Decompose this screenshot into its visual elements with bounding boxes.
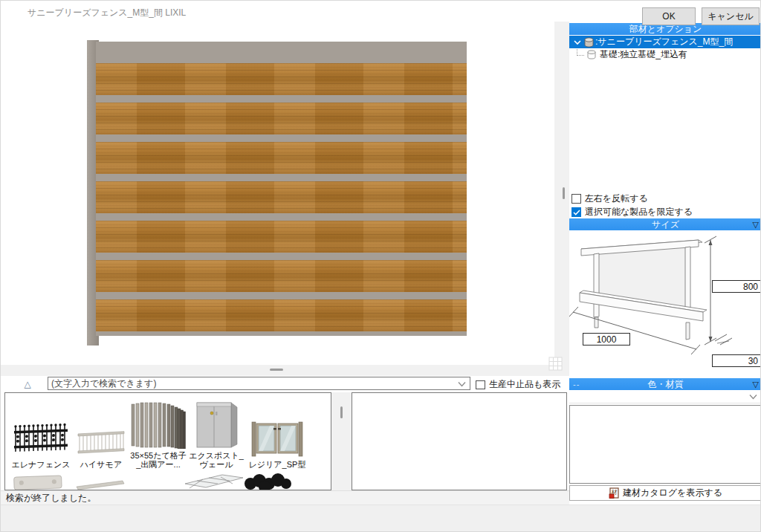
status-message: 検索が終了しました。 — [6, 492, 96, 505]
expost-veil-image — [194, 401, 239, 449]
chevron-down-icon[interactable] — [458, 381, 466, 387]
limit-checkbox-row[interactable]: 選択可能な製品を限定する — [569, 206, 761, 218]
fence-slat — [96, 63, 467, 95]
list-item-label: 35×55たて格子_出隅アー... — [129, 451, 188, 469]
window-title: サニーブリーズフェンス_M型_間 LIXIL — [27, 7, 186, 19]
fence-slat — [96, 299, 467, 331]
flip-checkbox-label: 左右を反転する — [585, 192, 648, 205]
color-collapse-toggle[interactable]: ▽ — [753, 378, 759, 390]
parts-options-header-label: 部材とオプション — [629, 24, 702, 34]
search-input[interactable] — [48, 377, 455, 389]
offset-input[interactable] — [712, 354, 761, 367]
list-item-label: レジリア_SP型 — [249, 460, 306, 469]
search-combobox[interactable] — [48, 377, 470, 390]
material-catalog-icon: 材 — [609, 487, 619, 499]
grid-icon — [548, 357, 563, 371]
discontinued-checkbox-row[interactable]: 生産中止品も表示 — [476, 378, 560, 391]
tree-child-label: 基礎:独立基礎_埋込有 — [600, 48, 687, 61]
list-item-label: エクスポスト_ヴェール — [188, 451, 245, 469]
product-row: エレナフェンス — [8, 396, 310, 469]
status-bar: 検索が終了しました。 — [1, 490, 569, 505]
dialog-footer — [1, 505, 761, 532]
chevron-down-icon — [749, 394, 757, 400]
fence-slat — [96, 181, 467, 213]
tree-item-foundation[interactable]: 基礎:独立基礎_埋込有 — [569, 48, 761, 61]
ok-button[interactable]: OK — [642, 7, 696, 25]
component-dialog: { "window": { "title": "サニーブリーズフェンス_M型_間… — [0, 0, 761, 532]
color-material-header-label: 色・材質 — [648, 379, 684, 389]
fence-slat — [96, 142, 467, 174]
selected-products-pane[interactable] — [352, 392, 567, 490]
tree-connector — [577, 49, 584, 56]
fence-slat — [96, 260, 467, 292]
vertical-splitter[interactable] — [554, 22, 569, 376]
vertical-splitter-handle[interactable] — [563, 187, 565, 199]
list-item-elena-fence[interactable]: エレナフェンス — [8, 396, 74, 469]
tree-item-root[interactable]: :サニーブリーズフェンス_M型_間 — [569, 36, 761, 48]
list-item-rejiria[interactable]: レジリア_SP型 — [245, 396, 310, 469]
limit-checkbox[interactable] — [571, 207, 581, 217]
list-item-tategoshi[interactable]: 35×55たて格子_出隅アー... — [129, 396, 188, 469]
size-collapse-toggle[interactable]: ▽ — [753, 218, 759, 230]
limit-checkbox-label: 選択可能な製品を限定する — [585, 206, 693, 218]
layout-grid-button[interactable] — [548, 357, 563, 373]
tree-root-label: :サニーブリーズフェンス_M型_間 — [595, 36, 733, 48]
product-row-partial — [5, 470, 331, 490]
list-item-expost[interactable]: エクスポスト_ヴェール — [188, 396, 245, 469]
horizontal-splitter-handle[interactable] — [270, 369, 283, 371]
size-header: サイズ ▽ — [569, 218, 761, 230]
triangle-up-icon: △ — [24, 379, 30, 389]
height-input[interactable] — [712, 280, 761, 293]
preview-viewport[interactable] — [4, 22, 554, 365]
part-cylinder-icon — [583, 37, 595, 48]
flip-checkbox[interactable] — [571, 194, 581, 204]
width-input[interactable] — [583, 333, 630, 346]
color-material-header: -- 色・材質 ▽ — [569, 378, 761, 390]
check-icon — [573, 210, 580, 215]
collapse-panel-button[interactable]: △ — [19, 377, 36, 390]
fence-panel — [96, 42, 467, 336]
show-catalog-button-label: 建材カタログを表示する — [623, 487, 722, 499]
discontinued-checkbox[interactable] — [476, 380, 485, 389]
catalog-splitter-handle[interactable] — [340, 406, 343, 418]
size-header-label: サイズ — [652, 219, 679, 230]
tategoshi-fence-image — [130, 401, 187, 449]
haisamoa-image — [77, 428, 125, 458]
cancel-button[interactable]: キャンセル — [702, 7, 760, 25]
rejiria-gate-image — [250, 419, 304, 458]
list-item-haisamoa[interactable]: ハイサモア — [74, 396, 129, 469]
foundation-cylinder-icon — [586, 50, 597, 59]
chevron-down-icon[interactable] — [574, 39, 581, 45]
list-item-label: エレナフェンス — [12, 460, 71, 469]
flip-checkbox-row[interactable]: 左右を反転する — [569, 192, 761, 204]
color-header-grip: -- — [573, 378, 580, 390]
list-item-label: ハイサモア — [80, 460, 122, 469]
color-select[interactable] — [569, 390, 761, 403]
discontinued-checkbox-label: 生産中止品も表示 — [489, 378, 560, 391]
size-diagram — [569, 230, 761, 377]
fence-slat — [96, 103, 467, 134]
show-catalog-button[interactable]: 材 建材カタログを表示する — [569, 485, 761, 501]
fence-slat — [96, 221, 467, 253]
product-list[interactable]: エレナフェンス — [4, 392, 331, 490]
elena-fence-image — [13, 421, 69, 458]
color-material-list[interactable] — [569, 405, 761, 484]
